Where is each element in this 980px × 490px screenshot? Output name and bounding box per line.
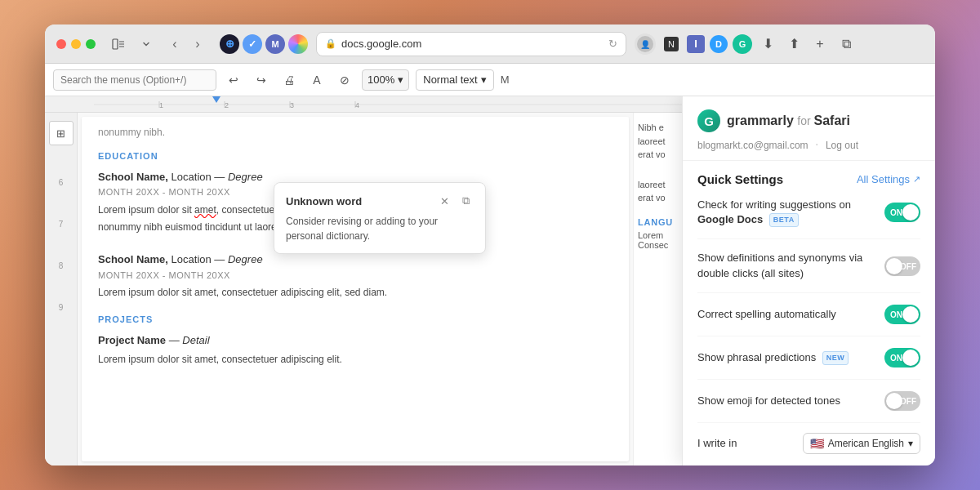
- notion-ext-icon[interactable]: N: [661, 33, 682, 55]
- logout-link[interactable]: Log out: [826, 140, 858, 151]
- sidebar-toggle-icon[interactable]: [109, 34, 128, 54]
- doc-layout-icon[interactable]: ⊞: [49, 121, 74, 145]
- ruler: 1 2 3 4: [45, 96, 682, 113]
- right-lang-body: Lorem Consec: [638, 230, 678, 250]
- all-settings-link[interactable]: All Settings ↗: [857, 173, 920, 185]
- spelling-toggle[interactable]: ON: [884, 305, 920, 324]
- project-entry: Project Name — Detail Lorem ipsum dolor …: [98, 332, 612, 367]
- lang-section: PROJECTS Project Name — Detail Lorem ips…: [98, 303, 612, 366]
- toggle-knob-2: [886, 258, 902, 274]
- profile-ext-icon[interactable]: 👤: [635, 33, 656, 55]
- toggle-knob: [902, 204, 919, 220]
- task-ext-icon[interactable]: ✓: [243, 34, 262, 54]
- toggle-on-label: ON: [890, 208, 902, 217]
- write-in-row: I write in 🇺🇸 American English ▾: [697, 423, 920, 457]
- language-value: American English: [828, 438, 904, 449]
- traffic-lights: [56, 39, 96, 49]
- language-dropdown[interactable]: 🇺🇸 American English ▾: [803, 433, 920, 454]
- style-dropdown[interactable]: Normal text ▾: [416, 69, 493, 91]
- phrasal-toggle[interactable]: ON: [884, 348, 920, 368]
- line-number-7: 7: [59, 220, 64, 229]
- url-bar[interactable]: 🔒 docs.google.com ↻: [316, 32, 626, 56]
- definitions-toggle[interactable]: OFF: [884, 256, 920, 276]
- school2-entry: School Name, Location — Degree MONTH 20X…: [98, 252, 612, 300]
- more-toolbar-icon[interactable]: M: [501, 74, 510, 86]
- panel-header: G grammarly for Safari blogmarkt.co@gmai…: [683, 96, 935, 161]
- school1-degree: Degree: [228, 171, 263, 183]
- right-peek-top: Nibh e laoreet erat vo: [638, 121, 678, 162]
- undo-button[interactable]: ↩: [223, 69, 244, 91]
- project-detail: Detail: [182, 334, 209, 346]
- setting-definitions: Show definitions and synonyms via double…: [697, 239, 920, 292]
- circle-ext-icon[interactable]: [288, 34, 308, 54]
- svg-text:4: 4: [355, 101, 359, 109]
- write-in-label: I write in: [697, 437, 737, 449]
- google-docs-bold: Google Docs: [697, 213, 763, 225]
- clear-format-icon[interactable]: ⊘: [334, 69, 355, 91]
- share-icon[interactable]: ⬆: [783, 33, 804, 55]
- brand-for-text: for: [797, 114, 813, 127]
- svg-text:2: 2: [225, 101, 229, 109]
- setting-phrasal-label: Show phrasal predictions NEW: [697, 350, 884, 365]
- browser-window: ‹ › ⊕ ✓ M 🔒 docs.google.com ↻ 👤 N I D G: [45, 24, 935, 466]
- download-icon[interactable]: ⬇: [757, 33, 778, 55]
- back-button[interactable]: ‹: [164, 33, 185, 55]
- tooltip-close-icon[interactable]: ✕: [436, 193, 452, 209]
- style-chevron-icon: ▾: [481, 74, 487, 86]
- flag-icon: 🇺🇸: [810, 437, 824, 450]
- right-lorem: Lorem: [638, 230, 678, 240]
- right-text-4: laoreet: [638, 178, 678, 192]
- print-icon[interactable]: 🖨: [278, 69, 300, 91]
- tooltip-copy-icon[interactable]: ⧉: [457, 193, 474, 209]
- brand-name-group: grammarly for Safari: [727, 114, 850, 128]
- right-text-3: erat vo: [638, 148, 678, 162]
- disqus-ext-icon[interactable]: D: [710, 35, 728, 53]
- forward-button[interactable]: ›: [187, 33, 208, 55]
- panel-user-info: blogmarkt.co@gmail.com · Log out: [697, 137, 920, 152]
- toggle-on-label-2: ON: [890, 310, 902, 318]
- toggle-off-label-2: OFF: [900, 396, 916, 405]
- emoji-toggle[interactable]: OFF: [884, 391, 920, 411]
- tabs-icon[interactable]: ⧉: [835, 33, 857, 55]
- m-ext-icon[interactable]: M: [265, 34, 285, 54]
- quick-settings-title: Quick Settings: [697, 172, 783, 186]
- user-email: blogmarkt.co@gmail.com: [697, 140, 808, 151]
- paint-format-icon[interactable]: A: [306, 69, 327, 91]
- project-body: Lorem ipsum dolor sit amet, consectetuer…: [98, 352, 612, 367]
- toggle-knob-4: [902, 350, 919, 366]
- minimize-button[interactable]: [71, 39, 81, 49]
- chevron-down-icon[interactable]: [136, 34, 156, 54]
- extension-icons: ⊕ ✓ M: [220, 34, 308, 54]
- unknown-word-tooltip: Unknown word ✕ ⧉ Consider revising or ad…: [274, 182, 486, 254]
- grammarly-panel: G grammarly for Safari blogmarkt.co@gmai…: [682, 96, 935, 466]
- grammarly-ext-icon[interactable]: G: [733, 34, 752, 54]
- tooltip-title: Unknown word: [286, 195, 362, 207]
- svg-rect-0: [113, 39, 118, 49]
- shield-ext-icon[interactable]: ⊕: [220, 34, 239, 54]
- i-ext-icon[interactable]: I: [687, 35, 705, 53]
- project-dash: —: [169, 334, 183, 346]
- project-name: Project Name: [98, 334, 166, 346]
- redo-button[interactable]: ↪: [251, 69, 272, 91]
- new-badge: NEW: [822, 351, 849, 365]
- close-button[interactable]: [56, 39, 66, 49]
- url-text: docs.google.com: [341, 38, 421, 50]
- external-link-icon: ↗: [913, 174, 920, 185]
- writing-suggestions-toggle[interactable]: ON: [884, 203, 920, 222]
- svg-text:N: N: [668, 39, 675, 49]
- search-menus-input[interactable]: [53, 69, 216, 91]
- setting-writing-suggestions: Check for writing suggestions on Google …: [697, 186, 920, 239]
- setting-spelling-label: Correct spelling automatically: [697, 307, 884, 322]
- right-peek-middle: laoreet erat vo: [638, 178, 678, 205]
- toggle-knob-5: [886, 393, 902, 409]
- document-area: 1 2 3 4 ⊞ 6: [45, 96, 682, 466]
- school1-amet: amet: [194, 204, 216, 216]
- brand-grammarly: grammarly: [727, 114, 794, 127]
- new-tab-icon[interactable]: +: [809, 33, 831, 55]
- document-content[interactable]: nonummy nibh. EDUCATION School Name, Loc…: [82, 117, 629, 461]
- svg-marker-17: [212, 96, 220, 103]
- maximize-button[interactable]: [86, 39, 96, 49]
- brand-safari: Safari: [814, 114, 850, 127]
- zoom-control[interactable]: 100% ▾: [362, 69, 409, 91]
- refresh-icon[interactable]: ↻: [608, 38, 617, 50]
